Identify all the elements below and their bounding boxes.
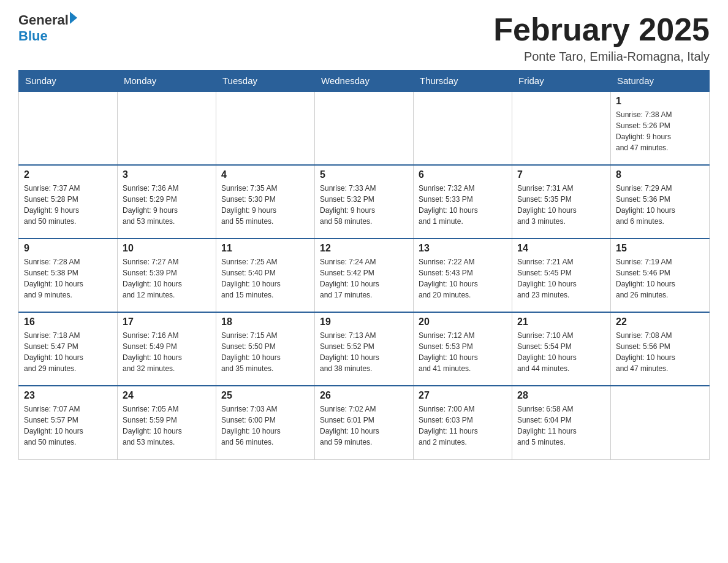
- calendar-week-row: 1Sunrise: 7:38 AM Sunset: 5:26 PM Daylig…: [19, 91, 710, 165]
- day-number: 7: [517, 169, 605, 180]
- day-info: Sunrise: 7:12 AM Sunset: 5:53 PM Dayligh…: [419, 330, 507, 374]
- calendar-week-row: 2Sunrise: 7:37 AM Sunset: 5:28 PM Daylig…: [19, 165, 710, 239]
- calendar-table: SundayMondayTuesdayWednesdayThursdayFrid…: [18, 70, 710, 460]
- day-info: Sunrise: 7:37 AM Sunset: 5:28 PM Dayligh…: [24, 183, 112, 227]
- day-number: 13: [419, 243, 507, 254]
- calendar-day-cell: 6Sunrise: 7:32 AM Sunset: 5:33 PM Daylig…: [414, 165, 512, 239]
- day-number: 14: [517, 243, 605, 254]
- calendar-day-cell: 25Sunrise: 7:03 AM Sunset: 6:00 PM Dayli…: [216, 386, 315, 459]
- day-info: Sunrise: 7:00 AM Sunset: 6:03 PM Dayligh…: [419, 404, 507, 448]
- calendar-day-cell: [216, 91, 315, 165]
- day-number: 19: [320, 316, 408, 327]
- calendar-day-cell: 1Sunrise: 7:38 AM Sunset: 5:26 PM Daylig…: [611, 91, 710, 165]
- day-number: 27: [419, 390, 507, 401]
- calendar-title: February 2025: [493, 12, 710, 47]
- day-info: Sunrise: 7:24 AM Sunset: 5:42 PM Dayligh…: [320, 256, 408, 301]
- day-info: Sunrise: 7:16 AM Sunset: 5:49 PM Dayligh…: [123, 330, 211, 374]
- calendar-day-cell: 27Sunrise: 7:00 AM Sunset: 6:03 PM Dayli…: [414, 386, 512, 459]
- day-info: Sunrise: 7:07 AM Sunset: 5:57 PM Dayligh…: [24, 404, 112, 448]
- calendar-day-cell: [118, 91, 216, 165]
- title-section: February 2025 Ponte Taro, Emilia-Romagna…: [493, 12, 710, 64]
- day-info: Sunrise: 7:19 AM Sunset: 5:46 PM Dayligh…: [616, 256, 704, 301]
- day-number: 1: [616, 96, 704, 107]
- day-info: Sunrise: 7:10 AM Sunset: 5:54 PM Dayligh…: [517, 330, 605, 374]
- day-info: Sunrise: 7:13 AM Sunset: 5:52 PM Dayligh…: [320, 330, 408, 374]
- weekday-header-thursday: Thursday: [414, 71, 512, 92]
- day-number: 11: [221, 243, 309, 254]
- calendar-day-cell: [315, 91, 414, 165]
- calendar-week-row: 16Sunrise: 7:18 AM Sunset: 5:47 PM Dayli…: [19, 312, 710, 386]
- day-info: Sunrise: 7:38 AM Sunset: 5:26 PM Dayligh…: [616, 109, 704, 153]
- logo-arrow-icon: [70, 12, 77, 24]
- logo-general-text: General: [18, 12, 69, 28]
- calendar-day-cell: 2Sunrise: 7:37 AM Sunset: 5:28 PM Daylig…: [19, 165, 118, 239]
- calendar-day-cell: 13Sunrise: 7:22 AM Sunset: 5:43 PM Dayli…: [414, 239, 512, 312]
- day-info: Sunrise: 6:58 AM Sunset: 6:04 PM Dayligh…: [517, 404, 605, 448]
- calendar-day-cell: [512, 91, 611, 165]
- day-number: 23: [24, 390, 112, 401]
- calendar-week-row: 9Sunrise: 7:28 AM Sunset: 5:38 PM Daylig…: [19, 239, 710, 312]
- day-info: Sunrise: 7:33 AM Sunset: 5:32 PM Dayligh…: [320, 183, 408, 227]
- weekday-header-saturday: Saturday: [611, 71, 710, 92]
- calendar-day-cell: 14Sunrise: 7:21 AM Sunset: 5:45 PM Dayli…: [512, 239, 611, 312]
- day-number: 16: [24, 316, 112, 327]
- day-number: 25: [221, 390, 309, 401]
- calendar-week-row: 23Sunrise: 7:07 AM Sunset: 5:57 PM Dayli…: [19, 386, 710, 459]
- calendar-day-cell: 4Sunrise: 7:35 AM Sunset: 5:30 PM Daylig…: [216, 165, 315, 239]
- day-number: 5: [320, 169, 408, 180]
- day-number: 8: [616, 169, 704, 180]
- day-number: 26: [320, 390, 408, 401]
- calendar-day-cell: [414, 91, 512, 165]
- weekday-header-tuesday: Tuesday: [216, 71, 315, 92]
- day-info: Sunrise: 7:21 AM Sunset: 5:45 PM Dayligh…: [517, 256, 605, 301]
- day-number: 12: [320, 243, 408, 254]
- calendar-day-cell: 3Sunrise: 7:36 AM Sunset: 5:29 PM Daylig…: [118, 165, 216, 239]
- day-info: Sunrise: 7:03 AM Sunset: 6:00 PM Dayligh…: [221, 404, 309, 448]
- day-info: Sunrise: 7:02 AM Sunset: 6:01 PM Dayligh…: [320, 404, 408, 448]
- calendar-day-cell: 15Sunrise: 7:19 AM Sunset: 5:46 PM Dayli…: [611, 239, 710, 312]
- day-info: Sunrise: 7:36 AM Sunset: 5:29 PM Dayligh…: [123, 183, 211, 227]
- calendar-day-cell: 9Sunrise: 7:28 AM Sunset: 5:38 PM Daylig…: [19, 239, 118, 312]
- weekday-header-wednesday: Wednesday: [315, 71, 414, 92]
- calendar-day-cell: 18Sunrise: 7:15 AM Sunset: 5:50 PM Dayli…: [216, 312, 315, 386]
- day-info: Sunrise: 7:18 AM Sunset: 5:47 PM Dayligh…: [24, 330, 112, 374]
- day-number: 17: [123, 316, 211, 327]
- calendar-day-cell: 28Sunrise: 6:58 AM Sunset: 6:04 PM Dayli…: [512, 386, 611, 459]
- calendar-day-cell: 24Sunrise: 7:05 AM Sunset: 5:59 PM Dayli…: [118, 386, 216, 459]
- page-header: General Blue February 2025 Ponte Taro, E…: [18, 12, 710, 64]
- calendar-day-cell: [19, 91, 118, 165]
- day-number: 10: [123, 243, 211, 254]
- day-number: 24: [123, 390, 211, 401]
- calendar-day-cell: [611, 386, 710, 459]
- day-number: 18: [221, 316, 309, 327]
- logo: General Blue: [18, 12, 77, 44]
- day-info: Sunrise: 7:35 AM Sunset: 5:30 PM Dayligh…: [221, 183, 309, 227]
- weekday-header-friday: Friday: [512, 71, 611, 92]
- calendar-day-cell: 22Sunrise: 7:08 AM Sunset: 5:56 PM Dayli…: [611, 312, 710, 386]
- calendar-day-cell: 11Sunrise: 7:25 AM Sunset: 5:40 PM Dayli…: [216, 239, 315, 312]
- calendar-day-cell: 23Sunrise: 7:07 AM Sunset: 5:57 PM Dayli…: [19, 386, 118, 459]
- day-number: 21: [517, 316, 605, 327]
- day-number: 2: [24, 169, 112, 180]
- calendar-day-cell: 17Sunrise: 7:16 AM Sunset: 5:49 PM Dayli…: [118, 312, 216, 386]
- calendar-day-cell: 20Sunrise: 7:12 AM Sunset: 5:53 PM Dayli…: [414, 312, 512, 386]
- day-number: 9: [24, 243, 112, 254]
- calendar-day-cell: 16Sunrise: 7:18 AM Sunset: 5:47 PM Dayli…: [19, 312, 118, 386]
- calendar-subtitle: Ponte Taro, Emilia-Romagna, Italy: [493, 50, 710, 64]
- calendar-day-cell: 5Sunrise: 7:33 AM Sunset: 5:32 PM Daylig…: [315, 165, 414, 239]
- day-info: Sunrise: 7:08 AM Sunset: 5:56 PM Dayligh…: [616, 330, 704, 374]
- day-number: 6: [419, 169, 507, 180]
- day-info: Sunrise: 7:28 AM Sunset: 5:38 PM Dayligh…: [24, 256, 112, 301]
- day-info: Sunrise: 7:31 AM Sunset: 5:35 PM Dayligh…: [517, 183, 605, 227]
- logo-blue-text: Blue: [18, 28, 48, 44]
- day-number: 22: [616, 316, 704, 327]
- calendar-day-cell: 8Sunrise: 7:29 AM Sunset: 5:36 PM Daylig…: [611, 165, 710, 239]
- calendar-day-cell: 26Sunrise: 7:02 AM Sunset: 6:01 PM Dayli…: [315, 386, 414, 459]
- calendar-day-cell: 21Sunrise: 7:10 AM Sunset: 5:54 PM Dayli…: [512, 312, 611, 386]
- calendar-day-cell: 19Sunrise: 7:13 AM Sunset: 5:52 PM Dayli…: [315, 312, 414, 386]
- day-number: 4: [221, 169, 309, 180]
- weekday-header-sunday: Sunday: [19, 71, 118, 92]
- day-number: 28: [517, 390, 605, 401]
- day-info: Sunrise: 7:05 AM Sunset: 5:59 PM Dayligh…: [123, 404, 211, 448]
- calendar-day-cell: 7Sunrise: 7:31 AM Sunset: 5:35 PM Daylig…: [512, 165, 611, 239]
